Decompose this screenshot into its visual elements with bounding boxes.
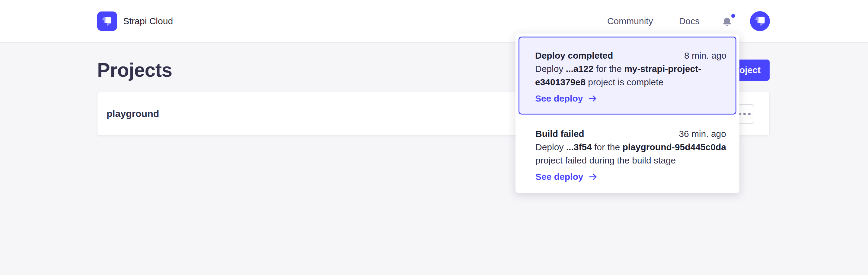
- notification-title: Deploy completed: [535, 49, 613, 62]
- nav-link-docs[interactable]: Docs: [679, 16, 700, 26]
- notification-time: 36 min. ago: [679, 127, 726, 140]
- nav-link-community[interactable]: Community: [607, 16, 653, 26]
- bell-icon: [721, 16, 733, 28]
- notification-body: Deploy ...a122 for the my-strapi-project…: [535, 62, 726, 89]
- notification-head: Build failed 36 min. ago: [535, 127, 726, 140]
- project-name: playground: [106, 108, 159, 119]
- notification-head: Deploy completed 8 min. ago: [535, 49, 726, 62]
- notification-body: Deploy ...3f54 for the playground-95d445…: [535, 140, 726, 167]
- notifications-bell-button[interactable]: [721, 14, 735, 28]
- notification-item-build-failed[interactable]: Build failed 36 min. ago Deploy ...3f54 …: [516, 117, 739, 192]
- notifications-popover: Deploy completed 8 min. ago Deploy ...a1…: [516, 33, 739, 193]
- notification-item-deploy-completed[interactable]: Deploy completed 8 min. ago Deploy ...a1…: [519, 36, 736, 114]
- notification-time: 8 min. ago: [684, 49, 726, 62]
- see-deploy-link[interactable]: See deploy: [535, 92, 726, 105]
- notification-title: Build failed: [535, 127, 584, 140]
- brand-home-link[interactable]: Strapi Cloud: [97, 11, 173, 31]
- user-avatar[interactable]: [750, 11, 770, 31]
- page-title: Projects: [97, 59, 172, 81]
- brand-title: Strapi Cloud: [123, 16, 173, 26]
- arrow-right-icon: [588, 93, 598, 104]
- unread-dot: [731, 14, 735, 18]
- arrow-right-icon: [588, 172, 598, 182]
- strapi-logo-icon: [97, 11, 117, 31]
- header-nav: Community Docs: [607, 11, 770, 31]
- see-deploy-link[interactable]: See deploy: [535, 170, 726, 184]
